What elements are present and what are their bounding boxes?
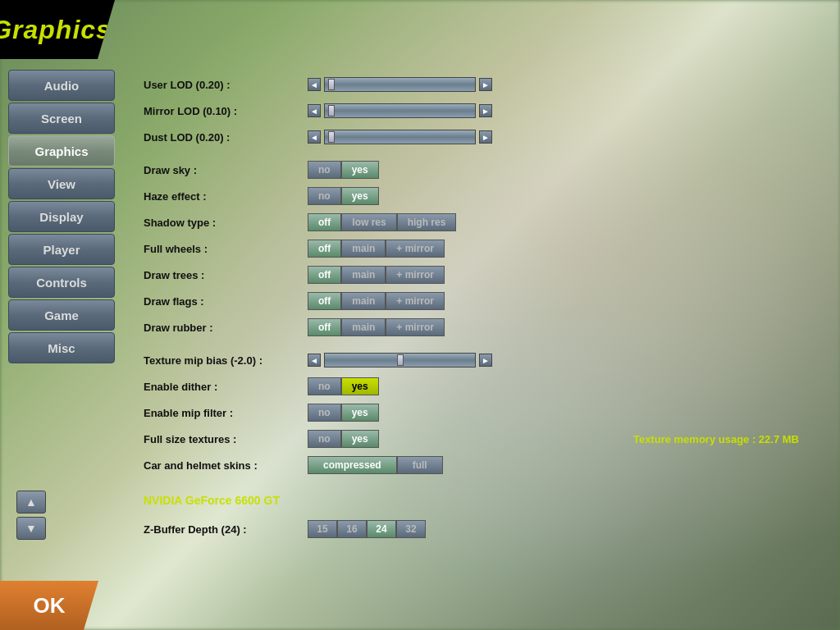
mirror-lod-left-arrow[interactable]: ◄ <box>308 104 321 117</box>
dust-lod-row: Dust LOD (0.20) : ◄ ► <box>144 126 815 148</box>
sidebar-item-controls[interactable]: Controls <box>8 267 115 298</box>
draw-sky-no[interactable]: no <box>308 161 341 179</box>
enable-dither-label: Enable dither : <box>144 381 308 393</box>
mip-filter-row: Enable mip filter : no yes <box>144 402 815 423</box>
sidebar-item-view[interactable]: View <box>8 168 115 199</box>
texture-mip-label: Texture mip bias (-2.0) : <box>144 354 308 367</box>
trees-off[interactable]: off <box>308 266 341 284</box>
mipfilter-no[interactable]: no <box>308 404 341 422</box>
trees-mirror[interactable]: + mirror <box>386 266 445 284</box>
mip-left-arrow[interactable]: ◄ <box>308 354 321 367</box>
user-lod-track[interactable] <box>324 77 476 92</box>
mirror-lod-slider: ◄ ► <box>308 103 492 118</box>
user-lod-thumb <box>328 79 335 90</box>
gpu-name: NVIDIA GeForce 6600 GT <box>144 494 280 507</box>
mirror-lod-track[interactable] <box>324 103 476 118</box>
shadow-type-toggle: off low res high res <box>308 213 456 231</box>
draw-flags-label: Draw flags : <box>144 295 308 308</box>
mip-filter-label: Enable mip filter : <box>144 407 308 419</box>
user-lod-right-arrow[interactable]: ► <box>479 78 492 91</box>
zbuf-32[interactable]: 32 <box>396 520 426 538</box>
haze-yes[interactable]: yes <box>341 187 379 205</box>
mirror-lod-thumb <box>328 105 335 116</box>
draw-sky-yes[interactable]: yes <box>341 161 379 179</box>
sidebar: Audio Screen Graphics View Display Playe… <box>0 66 123 368</box>
draw-sky-row: Draw sky : no yes <box>144 159 815 180</box>
fulltex-yes[interactable]: yes <box>341 430 379 448</box>
shadow-low-res[interactable]: low res <box>341 213 396 231</box>
sidebar-item-graphics[interactable]: Graphics <box>8 135 115 167</box>
flags-mirror[interactable]: + mirror <box>386 292 445 310</box>
page-title: Graphics <box>0 15 112 45</box>
fulltex-no[interactable]: no <box>308 430 341 448</box>
full-wheels-label: Full wheels : <box>144 243 308 255</box>
zbuffer-toggle: 15 16 24 32 <box>308 520 426 538</box>
skins-compressed[interactable]: compressed <box>308 456 397 474</box>
draw-trees-label: Draw trees : <box>144 269 308 281</box>
car-skins-row: Car and helmet skins : compressed full <box>144 454 815 476</box>
dust-lod-thumb <box>328 131 335 143</box>
mip-track[interactable] <box>324 353 476 368</box>
dither-toggle: no yes <box>308 377 379 395</box>
car-skins-toggle: compressed full <box>308 456 443 474</box>
draw-trees-row: Draw trees : off main + mirror <box>144 264 815 285</box>
user-lod-label: User LOD (0.20) : <box>144 79 308 91</box>
enable-dither-row: Enable dither : no yes <box>144 376 815 397</box>
wheels-off[interactable]: off <box>308 240 341 258</box>
ok-button[interactable]: OK <box>0 581 98 630</box>
zbuf-16[interactable]: 16 <box>337 520 367 538</box>
scroll-down-button[interactable]: ▼ <box>16 517 46 540</box>
haze-effect-row: Haze effect : no yes <box>144 185 815 207</box>
dither-no[interactable]: no <box>308 377 341 395</box>
scroll-up-button[interactable]: ▲ <box>16 491 46 514</box>
wheels-main[interactable]: main <box>341 240 386 258</box>
draw-flags-toggle: off main + mirror <box>308 292 445 310</box>
sidebar-item-misc[interactable]: Misc <box>8 332 115 363</box>
mirror-lod-right-arrow[interactable]: ► <box>479 104 492 117</box>
draw-flags-row: Draw flags : off main + mirror <box>144 290 815 312</box>
rubber-mirror[interactable]: + mirror <box>386 318 445 336</box>
skins-full[interactable]: full <box>397 456 443 474</box>
trees-main[interactable]: main <box>341 266 386 284</box>
zbuf-15[interactable]: 15 <box>308 520 337 538</box>
dust-lod-right-arrow[interactable]: ► <box>479 130 492 144</box>
shadow-high-res[interactable]: high res <box>397 213 457 231</box>
haze-no[interactable]: no <box>308 187 341 205</box>
mip-right-arrow[interactable]: ► <box>479 354 492 367</box>
texture-memory-info: Texture memory usage : 22.7 MB <box>633 433 799 445</box>
zbuf-24[interactable]: 24 <box>367 520 396 538</box>
rubber-off[interactable]: off <box>308 318 341 336</box>
dither-yes[interactable]: yes <box>341 377 379 395</box>
sidebar-item-display[interactable]: Display <box>8 201 115 232</box>
texture-mip-row: Texture mip bias (-2.0) : ◄ ► <box>144 349 815 371</box>
shadow-type-row: Shadow type : off low res high res <box>144 212 815 233</box>
mirror-lod-row: Mirror LOD (0.10) : ◄ ► <box>144 100 815 121</box>
mip-thumb <box>397 354 404 366</box>
user-lod-slider: ◄ ► <box>308 77 492 92</box>
draw-rubber-toggle: off main + mirror <box>308 318 445 336</box>
texture-mip-slider: ◄ ► <box>308 353 492 368</box>
mipfilter-yes[interactable]: yes <box>341 404 379 422</box>
sidebar-item-screen[interactable]: Screen <box>8 103 115 134</box>
haze-effect-label: Haze effect : <box>144 190 308 203</box>
haze-effect-toggle: no yes <box>308 187 379 205</box>
sidebar-item-audio[interactable]: Audio <box>8 70 115 101</box>
dust-lod-left-arrow[interactable]: ◄ <box>308 130 321 144</box>
gpu-row: NVIDIA GeForce 6600 GT <box>144 492 815 514</box>
draw-rubber-row: Draw rubber : off main + mirror <box>144 317 815 338</box>
user-lod-row: User LOD (0.20) : ◄ ► <box>144 74 815 95</box>
flags-main[interactable]: main <box>341 292 386 310</box>
car-skins-label: Car and helmet skins : <box>144 459 308 472</box>
sidebar-item-player[interactable]: Player <box>8 234 115 265</box>
draw-sky-label: Draw sky : <box>144 164 308 176</box>
flags-off[interactable]: off <box>308 292 341 310</box>
shadow-off[interactable]: off <box>308 213 341 231</box>
dust-lod-label: Dust LOD (0.20) : <box>144 131 308 144</box>
nav-arrows: ▲ ▼ <box>16 491 46 540</box>
rubber-main[interactable]: main <box>341 318 386 336</box>
wheels-mirror[interactable]: + mirror <box>386 240 445 258</box>
user-lod-left-arrow[interactable]: ◄ <box>308 78 321 91</box>
sidebar-item-game[interactable]: Game <box>8 299 115 331</box>
full-textures-label: Full size textures : <box>144 433 308 445</box>
dust-lod-track[interactable] <box>324 130 476 144</box>
